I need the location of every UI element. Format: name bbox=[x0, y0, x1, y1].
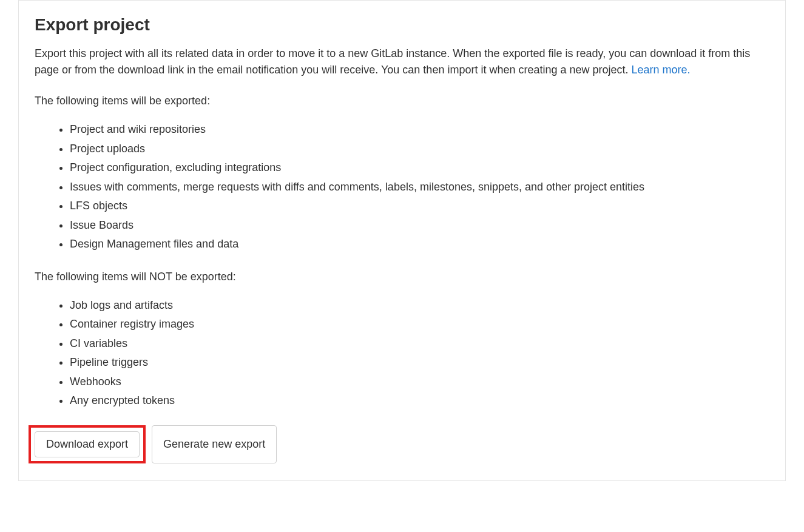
exported-items-list: Project and wiki repositories Project up… bbox=[35, 120, 769, 254]
not-exported-items-list: Job logs and artifacts Container registr… bbox=[35, 296, 769, 411]
list-item: Any encrypted tokens bbox=[70, 391, 769, 411]
download-export-button[interactable]: Download export bbox=[35, 431, 140, 457]
learn-more-link[interactable]: Learn more. bbox=[632, 64, 691, 76]
generate-new-export-button[interactable]: Generate new export bbox=[152, 425, 277, 463]
list-item: CI variables bbox=[70, 334, 769, 354]
list-item: Pipeline triggers bbox=[70, 353, 769, 372]
list-item: Project uploads bbox=[70, 140, 769, 159]
list-item: Container registry images bbox=[70, 315, 769, 334]
export-project-heading: Export project bbox=[35, 15, 769, 35]
list-item: Job logs and artifacts bbox=[70, 296, 769, 315]
not-exported-items-label: The following items will NOT be exported… bbox=[35, 269, 769, 285]
list-item: Webhooks bbox=[70, 372, 769, 392]
list-item: Design Management files and data bbox=[70, 235, 769, 254]
list-item: Issue Boards bbox=[70, 216, 769, 235]
highlight-annotation: Download export bbox=[29, 425, 146, 463]
export-buttons-row: Download export Generate new export bbox=[35, 425, 769, 463]
list-item: LFS objects bbox=[70, 197, 769, 216]
export-project-description: Export this project with all its related… bbox=[35, 45, 769, 78]
list-item: Project configuration, excluding integra… bbox=[70, 158, 769, 178]
list-item: Project and wiki repositories bbox=[70, 120, 769, 140]
list-item: Issues with comments, merge requests wit… bbox=[70, 178, 769, 197]
exported-items-label: The following items will be exported: bbox=[35, 93, 769, 109]
export-project-panel: Export project Export this project with … bbox=[18, 0, 786, 481]
